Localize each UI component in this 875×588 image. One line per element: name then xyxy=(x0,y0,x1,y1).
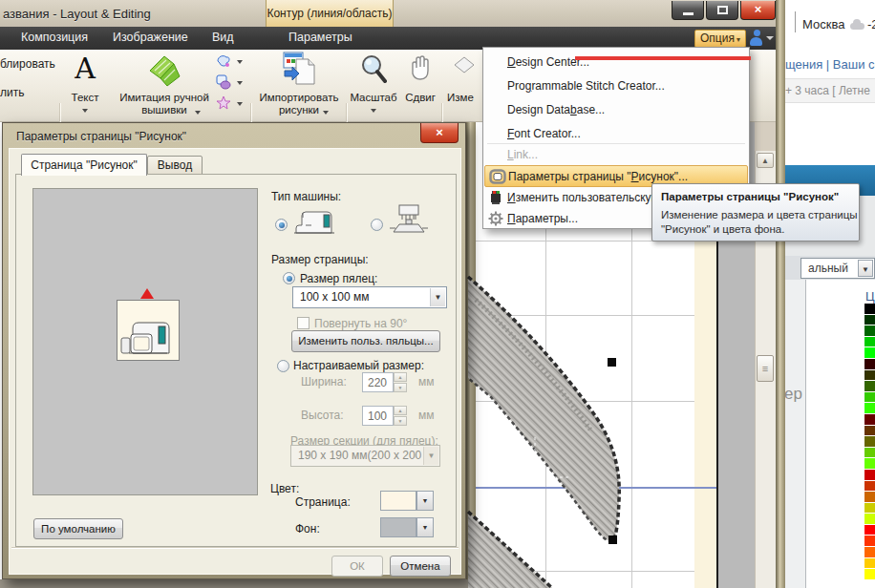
maximize-button[interactable] xyxy=(706,1,738,20)
palette-swatch[interactable] xyxy=(864,536,875,546)
palette-swatch[interactable] xyxy=(864,326,875,336)
tab-output[interactable]: Вывод xyxy=(147,156,203,176)
height-field[interactable]: 100 xyxy=(362,406,394,426)
palette-swatch[interactable] xyxy=(864,503,875,514)
gear-icon xyxy=(488,211,503,226)
palette-swatch[interactable] xyxy=(864,347,875,358)
step-down-icon[interactable]: ▼ xyxy=(394,416,407,426)
palette-swatch[interactable] xyxy=(864,304,875,314)
palette-swatch[interactable] xyxy=(864,337,875,347)
background-color-swatch[interactable] xyxy=(380,517,416,537)
palette-swatch[interactable] xyxy=(864,392,875,403)
machine-type-label: Тип машины: xyxy=(271,190,341,203)
width-field[interactable]: 220 xyxy=(362,372,394,392)
dropdown-arrow-icon xyxy=(237,60,243,64)
menu-composition[interactable]: Композиция xyxy=(21,31,88,44)
height-unit: мм xyxy=(418,409,435,422)
palette-swatch[interactable] xyxy=(864,492,875,502)
ok-button[interactable]: ОК xyxy=(331,556,383,577)
browser-combobox[interactable]: альный ▼ xyxy=(800,258,875,279)
width-stepper[interactable]: ▲▼ xyxy=(394,372,407,392)
edit-tool-button[interactable]: Изме xyxy=(445,52,483,120)
cut-label-duplicate[interactable]: блировать xyxy=(0,57,55,71)
selection-handle[interactable] xyxy=(608,358,616,367)
menu-item-design-database[interactable]: Design Database... xyxy=(484,98,748,122)
scroll-up-button[interactable]: ▲ xyxy=(757,153,774,168)
step-down-icon[interactable]: ▼ xyxy=(394,383,407,392)
dialog-close-button[interactable]: × xyxy=(420,123,459,143)
palette-swatch[interactable] xyxy=(864,525,875,536)
menu-image[interactable]: Изображение xyxy=(113,31,188,44)
single-needle-radio[interactable] xyxy=(275,219,288,231)
browser-combobox-value: альный xyxy=(808,262,848,275)
document-tab[interactable]: Контур (линия/область) xyxy=(266,0,394,27)
maximize-icon xyxy=(717,6,728,14)
edit-custom-hoop-button[interactable]: Изменить польз. пяльцы... xyxy=(291,330,440,352)
close-button[interactable]: × xyxy=(740,1,776,20)
pan-tool-button[interactable]: Сдвиг xyxy=(399,52,441,120)
background-color-dropdown[interactable]: ▼ xyxy=(416,517,434,537)
default-button[interactable]: По умолчанию xyxy=(33,518,123,539)
menu-view[interactable]: Вид xyxy=(212,31,234,44)
button-separator xyxy=(11,547,459,548)
palette-swatch[interactable] xyxy=(864,359,875,369)
weather-city: Москва xyxy=(802,17,844,32)
step-up-icon[interactable]: ▲ xyxy=(394,406,407,415)
palette-swatch[interactable] xyxy=(864,381,875,391)
partial-text: ер xyxy=(784,385,802,404)
option-button-label: Опция xyxy=(700,32,735,45)
hoop-size-combobox[interactable]: 100 x 100 мм ▼ xyxy=(292,286,447,308)
page-color-dropdown[interactable]: ▼ xyxy=(416,491,434,511)
palette-swatch[interactable] xyxy=(864,470,875,480)
minimize-icon xyxy=(683,12,694,15)
zoom-tool-button[interactable]: Масштаб xyxy=(350,52,397,120)
palette-swatch[interactable] xyxy=(864,370,875,381)
cancel-button[interactable]: Отмена xyxy=(390,556,451,577)
selection-handle[interactable] xyxy=(608,536,617,544)
palette-swatch[interactable] xyxy=(864,558,875,569)
custom-size-radio[interactable] xyxy=(277,360,289,372)
import-image-icon xyxy=(283,52,317,86)
palette-swatch[interactable] xyxy=(864,514,875,524)
palette-swatch[interactable] xyxy=(864,436,875,447)
chevron-down-icon[interactable]: ▼ xyxy=(430,288,445,306)
browser-links[interactable]: щения | Ваши со xyxy=(785,57,875,72)
scrollbar-corner xyxy=(755,122,776,151)
minimize-button[interactable] xyxy=(672,1,704,20)
chevron-down-icon[interactable]: ▼ xyxy=(858,260,873,277)
scrollbar-thumb[interactable]: ≡ xyxy=(757,355,774,382)
menu-item-design-center[interactable]: Design Center... xyxy=(484,51,748,74)
single-needle-machine-icon xyxy=(292,207,336,236)
hoop-size-radio[interactable] xyxy=(283,272,295,284)
height-stepper[interactable]: ▲▼ xyxy=(394,406,407,426)
option-menu-button[interactable]: Опция▾ xyxy=(694,30,746,48)
tab-design-page[interactable]: Страница "Рисунок" xyxy=(21,154,147,176)
palette-swatch[interactable] xyxy=(864,569,875,579)
palette-swatch[interactable] xyxy=(864,481,875,492)
palette-swatch[interactable] xyxy=(864,315,875,326)
menu-item-stitch-creator[interactable]: Programmable Stitch Creator... xyxy=(484,74,748,98)
tooltip-line1: Изменение размера и цвета страницы xyxy=(661,209,858,220)
palette-swatch[interactable] xyxy=(864,458,875,469)
page-color-swatch[interactable] xyxy=(380,491,416,511)
shape-tool-3[interactable] xyxy=(216,95,246,115)
palette-swatch[interactable] xyxy=(864,414,875,425)
chevron-down-icon[interactable] xyxy=(766,36,774,40)
user-account-icon[interactable] xyxy=(750,30,762,46)
cut-label-delete[interactable]: лить xyxy=(0,86,24,99)
palette-swatch[interactable] xyxy=(864,426,875,436)
multi-needle-radio[interactable] xyxy=(371,219,383,231)
chevron-down-icon: ▾ xyxy=(736,32,740,48)
rotate-90-checkbox[interactable] xyxy=(297,317,309,329)
menu-parameters[interactable]: Параметры xyxy=(288,31,352,44)
palette-swatch[interactable] xyxy=(864,448,875,458)
shape-tool-2[interactable] xyxy=(216,74,246,94)
import-images-button[interactable]: Импортировать рисунки xyxy=(256,52,342,120)
step-up-icon[interactable]: ▲ xyxy=(394,372,407,382)
app-titlebar[interactable]: азвания - Layout & Editing Контур (линия… xyxy=(0,0,785,27)
text-tool-button[interactable]: A Текст xyxy=(63,52,107,120)
color-label: Цвет: xyxy=(270,482,299,495)
palette-swatch[interactable] xyxy=(864,547,875,557)
shape-tool-1[interactable] xyxy=(216,53,246,73)
palette-swatch[interactable] xyxy=(864,403,875,413)
